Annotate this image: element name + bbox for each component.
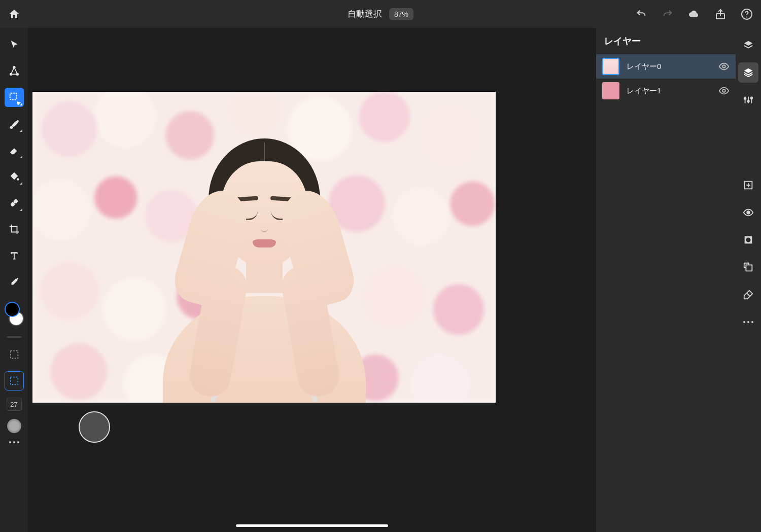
svg-point-16 [744, 97, 746, 99]
svg-rect-12 [10, 351, 18, 359]
svg-point-18 [751, 97, 753, 99]
svg-point-8 [17, 178, 19, 181]
layers-panel-title: レイヤー [596, 28, 736, 54]
help-icon[interactable] [741, 8, 753, 20]
svg-rect-6 [10, 93, 16, 100]
visibility-toggle-icon[interactable] [718, 85, 730, 96]
layers-panel: レイヤー レイヤー0 レイヤー1 [596, 28, 736, 532]
healing-tool[interactable] [5, 193, 24, 212]
selection-subtract-tool[interactable] [5, 371, 24, 391]
share-icon[interactable] [714, 8, 727, 20]
zoom-level-badge[interactable]: 87% [389, 8, 413, 20]
cloud-icon[interactable] [688, 8, 700, 20]
right-rail [736, 28, 761, 532]
visibility-icon[interactable] [738, 202, 758, 223]
svg-point-14 [722, 65, 725, 68]
tool-divider [7, 336, 22, 338]
more-options-icon[interactable] [738, 312, 758, 332]
layer-name-label: レイヤー0 [627, 62, 711, 72]
svg-rect-13 [10, 377, 18, 385]
layers-panel-icon[interactable] [738, 62, 758, 83]
home-indicator[interactable] [236, 524, 388, 527]
left-toolbar: 27 [0, 28, 28, 532]
auto-select-tool[interactable] [5, 88, 24, 107]
brush-preview-icon[interactable] [7, 419, 21, 433]
layer-row[interactable]: レイヤー1 [596, 79, 736, 103]
svg-point-2 [746, 16, 747, 17]
top-toolbar: 自動選択 87% [0, 0, 761, 28]
undo-icon[interactable] [635, 8, 647, 20]
color-swatches[interactable] [4, 302, 25, 326]
clip-icon[interactable] [738, 257, 758, 277]
panels-toggle-icon[interactable] [738, 35, 758, 55]
add-layer-icon[interactable] [738, 175, 758, 195]
text-tool[interactable] [5, 246, 24, 265]
canvas[interactable] [32, 91, 496, 403]
foreground-color-swatch[interactable] [5, 302, 20, 317]
visibility-toggle-icon[interactable] [718, 61, 730, 72]
svg-point-5 [13, 66, 15, 68]
more-tools-icon[interactable] [9, 441, 19, 443]
svg-point-20 [747, 211, 750, 214]
svg-point-22 [746, 237, 750, 242]
svg-point-7 [10, 126, 13, 129]
document-title: 自動選択 [348, 8, 382, 20]
redo-icon[interactable] [662, 8, 674, 20]
layer-row[interactable]: レイヤー0 [596, 54, 736, 79]
brush-tool[interactable] [5, 114, 24, 133]
svg-point-10 [12, 201, 13, 202]
crop-tool[interactable] [5, 220, 24, 239]
svg-rect-23 [746, 265, 752, 271]
svg-rect-9 [10, 199, 18, 207]
svg-point-15 [722, 89, 725, 92]
svg-point-11 [14, 203, 15, 204]
canvas-image [32, 92, 496, 403]
layer-name-label: レイヤー1 [627, 86, 711, 96]
svg-point-17 [747, 100, 749, 102]
clear-icon[interactable] [738, 285, 758, 305]
brush-size-value[interactable]: 27 [7, 398, 22, 411]
mask-icon[interactable] [738, 230, 758, 250]
canvas-area[interactable] [28, 28, 596, 532]
adjustments-icon[interactable] [738, 90, 758, 110]
svg-point-3 [10, 74, 12, 76]
svg-point-4 [16, 74, 18, 76]
transform-tool[interactable] [5, 61, 24, 81]
selection-add-tool[interactable] [5, 345, 24, 364]
move-tool[interactable] [5, 35, 24, 54]
eraser-tool[interactable] [5, 140, 24, 160]
layer-thumbnail[interactable] [602, 82, 619, 99]
home-icon[interactable] [8, 8, 20, 20]
layer-thumbnail[interactable] [602, 58, 619, 75]
eyedropper-tool[interactable] [5, 272, 24, 292]
touch-control-handle[interactable] [79, 411, 110, 443]
fill-tool[interactable] [5, 167, 24, 186]
